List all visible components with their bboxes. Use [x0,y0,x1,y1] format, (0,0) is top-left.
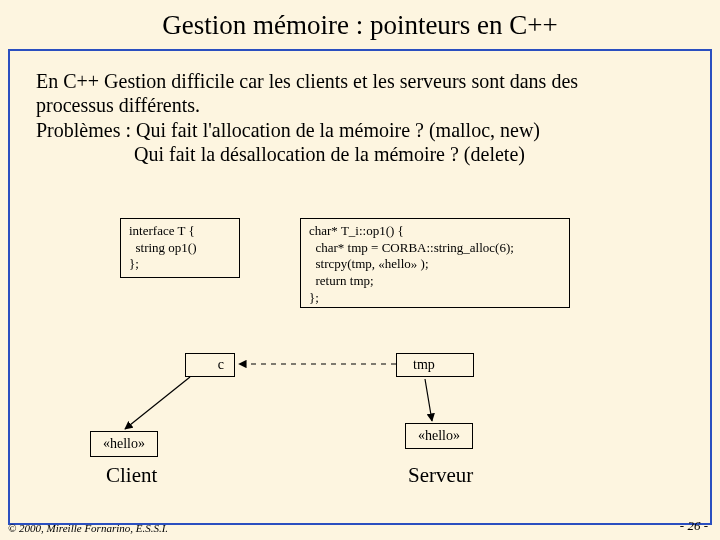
svg-line-1 [125,377,190,429]
footer-page-number: - 26 - [680,518,708,534]
hello-client: «hello» [90,431,158,457]
footer-copyright: © 2000, Mireille Fornarino, E.S.S.I. [8,522,168,534]
svg-line-2 [425,379,432,421]
page-title: Gestion mémoire : pointeurs en C++ [0,0,720,49]
content-frame: En C++ Gestion difficile car les clients… [8,49,712,525]
intro-line-4: Qui fait la désallocation de la mémoire … [36,142,684,166]
serveur-label: Serveur [408,463,473,488]
client-label: Client [106,463,157,488]
code-implementation: char* T_i::op1() { char* tmp = CORBA::st… [300,218,570,308]
hello-server: «hello» [405,423,473,449]
var-tmp: tmp [396,353,474,377]
var-c: c [185,353,235,377]
intro-line-1: En C++ Gestion difficile car les clients… [36,69,684,93]
intro-text: En C++ Gestion difficile car les clients… [36,69,684,167]
intro-line-3: Problèmes : Qui fait l'allocation de la … [36,118,684,142]
code-interface: interface T { string op1() }; [120,218,240,278]
intro-line-2: processus différents. [36,93,684,117]
